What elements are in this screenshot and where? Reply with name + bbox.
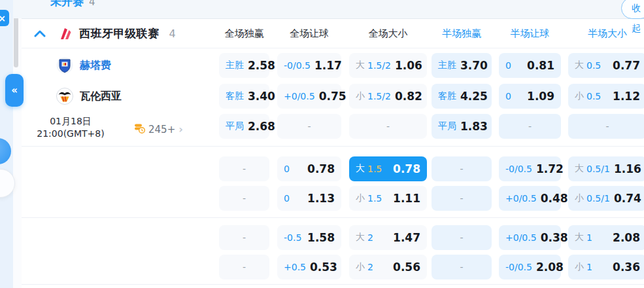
close-icon[interactable]: × [0,10,9,26]
empty-odds-placeholder: - [226,262,263,272]
odds-value: 1.09 [527,90,554,103]
odds-label: 1.5/2 [367,60,391,71]
odds-cell[interactable]: 01.13 [277,186,341,211]
odds-label: 0 [505,91,511,101]
odds-cell[interactable]: 大12.08 [568,225,644,250]
odds-value: 1.47 [393,231,420,244]
odds-value: 2.58 [248,59,275,72]
empty-odds-placeholder: - [438,193,485,204]
odds-cell[interactable]: 小0.5/10.74 [568,186,644,211]
odds-cell[interactable]: 00.78 [277,156,341,181]
odds-label: 主胜 [438,60,456,71]
odds-label: 2 [367,262,373,272]
home-team-name: 赫塔费 [80,59,111,73]
odds-label: 1 [586,262,592,272]
column-header-4[interactable]: 半场独赢 [432,27,492,40]
odds-value: 1.58 [307,231,335,244]
odds-cell-empty: - [568,114,644,139]
home-team-logo [56,57,73,74]
odds-label: 平局 [226,120,244,132]
empty-odds-placeholder: - [438,232,485,243]
odds-label: 客胜 [226,90,244,102]
odds-label: +0/0.5 [505,232,537,243]
odds-label: 0 [505,60,511,71]
odds-label: -0.5 [284,232,301,243]
odds-cell[interactable]: 小1.51.11 [349,186,427,211]
odds-label: +0/0.5 [505,193,537,204]
odds-value: 1.12 [613,90,640,103]
odds-label: 0.5 [586,91,601,101]
odds-value: 1.06 [395,59,422,72]
odds-label: 2 [367,232,373,243]
odds-value: 0.74 [614,192,641,205]
odds-cell-selected[interactable]: 大1.50.78 [349,156,427,181]
odds-cell[interactable]: -0/0.51.72 [499,156,561,181]
odds-cell[interactable]: -0.51.58 [277,225,341,250]
match-date: 01月18日 [22,115,120,128]
collapse-sidebar-button[interactable]: « [5,74,24,107]
odds-cell[interactable]: 小20.56 [349,255,427,279]
odds-label: 主胜 [226,60,244,71]
odds-label: 客胜 [438,90,456,102]
odds-value: 0.53 [310,261,337,274]
group-divider [22,146,644,147]
odds-cell-empty: - [277,114,341,139]
odds-cell[interactable]: +0.50.53 [277,255,341,279]
odds-value: 1.16 [614,162,641,175]
odds-cell-empty: - [219,225,269,250]
odds-label: 1.5 [367,164,382,174]
odds-value: 0.75 [319,90,347,103]
column-header-5[interactable]: 半场让球 [499,27,561,40]
away-team-name: 瓦伦西亚 [80,90,122,103]
markets-coin-icon [134,123,145,136]
group-divider [22,284,644,285]
odds-cell[interactable]: -0/0.51.17 [277,53,341,78]
odds-cell[interactable]: 客胜3.40 [219,84,269,109]
over-under-prefix: 小 [356,261,365,273]
odds-cell[interactable]: 主胜2.58 [219,53,269,78]
odds-cell[interactable]: 小10.36 [568,255,644,279]
match-datetime: 01月18日 21:00(GMT+8) [22,115,120,140]
odds-cell[interactable]: 平局1.83 [432,114,492,139]
odds-cell[interactable]: +0/0.50.75 [277,84,341,109]
more-markets-link[interactable]: 245+ › [134,122,183,137]
match-time: 21:00(GMT+8) [22,128,120,140]
league-header: 西班牙甲级联赛 4 [31,19,176,48]
odds-cell-empty: - [432,156,492,181]
over-under-prefix: 大 [575,163,584,175]
odds-cell-empty: - [219,186,269,211]
top-bar: 未开赛4 [13,0,644,18]
collapse-all-button[interactable]: 收起 [621,0,644,19]
odds-cell[interactable]: 大21.47 [349,225,427,250]
odds-value: 1.17 [314,59,342,72]
odds-value: 1.11 [393,192,420,205]
odds-cell[interactable]: 小0.51.12 [568,84,644,109]
odds-cell[interactable]: 平局2.68 [219,114,269,139]
empty-odds-placeholder: - [226,193,263,204]
odds-value: 3.70 [460,59,488,72]
odds-cell[interactable]: 01.09 [499,84,561,109]
odds-cell-empty: - [219,156,269,181]
status-label: 未开赛 [50,0,84,8]
odds-cell[interactable]: 小1.5/20.82 [349,84,427,109]
odds-cell[interactable]: 主胜3.70 [432,53,492,78]
odds-cell[interactable]: +0/0.50.48 [499,186,561,211]
odds-cell[interactable]: 客胜4.25 [432,84,492,109]
odds-cell[interactable]: -0/0.52.08 [499,255,561,279]
odds-value: 0.78 [307,162,335,175]
odds-cell[interactable]: 大1.5/21.06 [349,53,427,78]
odds-value: 2.68 [248,120,275,133]
away-team-row[interactable]: 瓦伦西亚 [56,84,122,109]
odds-cell[interactable]: 大0.5/11.16 [568,156,644,181]
home-team-row[interactable]: 赫塔费 [56,53,111,78]
over-under-prefix: 大 [356,232,365,243]
odds-cell[interactable]: 00.81 [499,53,561,78]
odds-cell[interactable]: +0/0.50.38 [499,225,561,250]
away-team-logo [56,88,73,105]
chevron-up-icon[interactable] [31,25,48,42]
empty-odds-placeholder: - [505,121,554,132]
chevron-right-icon: › [178,124,183,135]
odds-value: 0.82 [395,90,422,103]
odds-cell[interactable]: 大0.50.77 [568,53,644,78]
column-header-2: 全场让球 [277,27,341,40]
